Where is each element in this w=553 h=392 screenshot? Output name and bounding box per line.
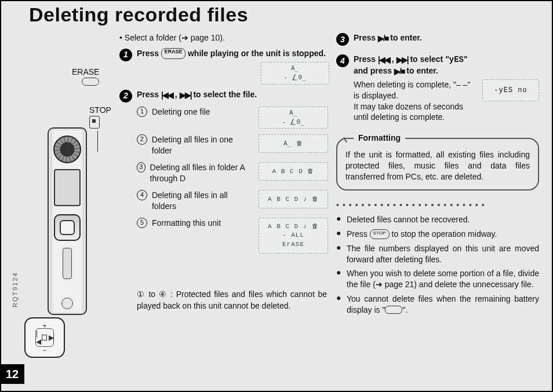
lcd-line: A B C D ♪ 🗑 bbox=[268, 195, 319, 204]
left-column: • Select a folder (➔ page 10). 1 Press E… bbox=[119, 32, 328, 254]
remote-pad-icon: + |◀ ▶| − bbox=[24, 317, 65, 358]
step-2-footnote: ① to ④ : Protected files and files which… bbox=[137, 288, 327, 312]
battery-empty-icon bbox=[385, 306, 402, 314]
bullet-icon: ● bbox=[336, 268, 343, 290]
stop-button-icon bbox=[89, 116, 100, 129]
step-4: 4 Press |◀◀ , ▶▶| to select "yES" and pr… bbox=[336, 54, 539, 123]
label-stop-text: STOP bbox=[89, 105, 111, 115]
plus-icon: + bbox=[42, 322, 46, 330]
label-stop: STOP bbox=[89, 105, 111, 129]
note-item: ● When you wish to delete some portion o… bbox=[336, 268, 539, 290]
formatting-caption: Formatting bbox=[354, 133, 405, 144]
lcd-line: - ⎳0̲ bbox=[282, 118, 304, 127]
note-item: ● You cannot delete files when the remai… bbox=[336, 294, 539, 316]
lcd-display: A B C D ♪ 🗑 - ALL ErASE bbox=[259, 218, 328, 254]
step-4-body: Press |◀◀ , ▶▶| to select "yES" and pres… bbox=[354, 54, 539, 123]
erase-oval-icon: ERASE bbox=[161, 48, 185, 59]
manual-page: 12 RQT9124 Deleting recorded files ERASE… bbox=[0, 0, 553, 392]
divider-dots: •••••••••••••••••••••••• bbox=[336, 200, 539, 211]
prev-icon: |◀◀ bbox=[161, 90, 173, 101]
lcd-line: - ALL bbox=[282, 231, 304, 240]
note-item: ● Deleted files cannot be recovered. bbox=[336, 214, 539, 225]
step-2-item: 5 Formatting this unit A B C D ♪ 🗑 - ALL… bbox=[137, 218, 328, 254]
step-2: 2 Press |◀◀ , ▶▶| to select the file. 1 … bbox=[119, 89, 328, 254]
formatting-text: If the unit is formatted, all existing f… bbox=[345, 150, 530, 181]
bullet-icon: ● bbox=[336, 243, 343, 265]
sub-text: Deleting all files in all folders bbox=[152, 190, 256, 212]
lcd-line: ErASE bbox=[282, 240, 304, 249]
step-4-l1d: " bbox=[464, 54, 468, 64]
next-icon: ▶| bbox=[49, 334, 53, 342]
step-4-l2a: and press bbox=[354, 66, 394, 75]
play-stop-icon: ▶/■ bbox=[394, 66, 404, 77]
prev-icon: |◀◀ bbox=[378, 54, 390, 65]
minus-icon: − bbox=[42, 346, 46, 354]
next-icon: ▶▶| bbox=[396, 54, 408, 65]
step-3: 3 Press ▶/■ to enter. bbox=[336, 32, 539, 46]
lcd-display: A̲ - ⎳0̲ bbox=[259, 107, 328, 129]
step-4-body1: When deleting is complete, "– –" is disp… bbox=[354, 80, 470, 100]
step-4-l2b: to enter. bbox=[406, 66, 438, 75]
circled-number-icon: 5 bbox=[137, 218, 147, 228]
step-2-item: 2 Deleting all files in one folder A̲ 🗑 bbox=[137, 134, 328, 156]
step-2-post: to select the file. bbox=[193, 90, 257, 99]
next-icon: ▶▶| bbox=[180, 90, 191, 101]
guide-line bbox=[83, 75, 84, 136]
step-4-body2: It may take dozens of seconds until dele… bbox=[354, 102, 463, 122]
lcd-line: A̲ 🗑 bbox=[283, 140, 303, 148]
step-1-pre: Press bbox=[137, 49, 161, 58]
step-2-item: 4 Deleting all files in all folders A B … bbox=[137, 190, 328, 212]
lcd-display: A̲ 🗑 bbox=[259, 134, 328, 153]
note-item: ● The file numbers displayed on this uni… bbox=[336, 243, 539, 265]
step-3-body: Press ▶/■ to enter. bbox=[354, 32, 539, 44]
device-illustration: ERASE STOP + |◀ ▶| − bbox=[29, 75, 128, 353]
note-text: You cannot delete files when the remaini… bbox=[347, 294, 539, 316]
formatting-box: Formatting If the unit is formatted, all… bbox=[336, 138, 539, 190]
bullet-icon: ● bbox=[336, 214, 343, 225]
step-3-post: to enter. bbox=[390, 33, 421, 42]
circled-number-icon: 2 bbox=[137, 134, 147, 145]
intro-bullet: • Select a folder (➔ page 10). bbox=[119, 32, 328, 43]
note-item: ● Press STOP to stop the operation midwa… bbox=[336, 229, 539, 240]
box-tick-icon bbox=[343, 134, 352, 143]
footnote-range: ① to ④ : bbox=[137, 290, 176, 299]
stop-glyph-icon bbox=[42, 335, 46, 340]
notes-list: ● Deleted files cannot be recovered. ● P… bbox=[336, 214, 539, 316]
sub-text: Deleting one file bbox=[152, 107, 256, 118]
lcd-line: A̲ bbox=[291, 64, 299, 73]
step-4-l1b: , bbox=[392, 54, 396, 64]
bullet-icon: ● bbox=[336, 294, 343, 316]
step-4-l1c: to select " bbox=[410, 54, 449, 64]
step-number-icon: 4 bbox=[336, 54, 349, 67]
step-2-pre: Press bbox=[137, 90, 161, 99]
lcd-step1: A̲ - ⎳0̲ bbox=[261, 62, 329, 85]
step-number-icon: 2 bbox=[119, 90, 132, 102]
page-title: Deleting recorded files bbox=[29, 3, 248, 26]
lcd-line: A B C D ♪ 🗑 bbox=[268, 222, 319, 231]
step-2-item: 1 Deleting one file A̲ - ⎳0̲ bbox=[137, 107, 328, 129]
sub-text: Formatting this unit bbox=[152, 218, 256, 229]
recorder-dot-icon bbox=[61, 298, 73, 309]
bullet-icon: ● bbox=[336, 229, 343, 240]
right-column: 3 Press ▶/■ to enter. 4 Press |◀◀ , ▶▶| … bbox=[336, 32, 539, 316]
prev-icon: |◀ bbox=[36, 329, 40, 346]
circled-number-icon: 1 bbox=[137, 107, 147, 117]
step-number-icon: 3 bbox=[336, 33, 349, 46]
step-1: 1 Press ERASE while playing or the unit … bbox=[119, 48, 328, 61]
lcd-yes-no: -yES no bbox=[482, 79, 539, 101]
step-3-pre: Press bbox=[354, 33, 378, 42]
note-text: Deleted files cannot be recovered. bbox=[347, 214, 470, 225]
yes-glyph: yES bbox=[449, 55, 464, 64]
page-number-tab: 12 bbox=[0, 364, 24, 384]
note-text: Press STOP to stop the operation midway. bbox=[347, 229, 497, 240]
recorder-dpad-icon bbox=[54, 214, 81, 241]
circled-number-icon: 4 bbox=[137, 190, 147, 200]
note-text: The file numbers displayed on this unit … bbox=[347, 243, 539, 265]
recorder-slider-icon bbox=[63, 248, 72, 279]
erase-button-icon bbox=[82, 78, 99, 86]
lcd-display: A B C D 🗑 bbox=[259, 162, 328, 181]
step-number-icon: 1 bbox=[119, 49, 132, 61]
step-2-mid: , bbox=[175, 90, 180, 99]
sub-text: Deleting all files in one folder bbox=[152, 134, 256, 156]
step-2-item: 3 Deleting all files in folder A through… bbox=[137, 162, 328, 184]
